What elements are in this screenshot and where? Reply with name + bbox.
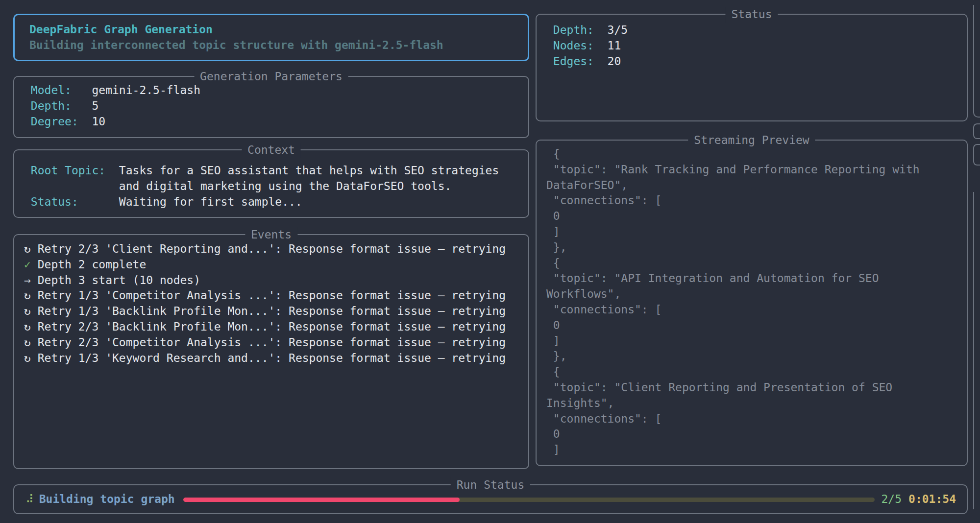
- event-text: Depth 2 complete: [38, 257, 147, 273]
- param-value: gemini-2.5-flash: [92, 84, 200, 96]
- param-label: Degree:: [31, 114, 92, 130]
- param-row-depth: Depth:5: [31, 98, 528, 114]
- panel-title: Context: [242, 143, 301, 158]
- event-row: ↻Retry 2/3 'Competitor Analysis ...': Re…: [24, 335, 528, 351]
- header-panel: DeepFabric Graph Generation Building int…: [13, 14, 529, 61]
- preview-line: {: [546, 256, 967, 271]
- event-text: Depth 3 start (10 nodes): [38, 273, 200, 288]
- event-text: Retry 1/3 'Backlink Profile Mon...': Res…: [38, 304, 506, 319]
- retry-icon: ↻: [24, 335, 38, 351]
- panel-title: Streaming Preview: [688, 133, 815, 148]
- event-row: ↻Retry 2/3 'Backlink Profile Mon...': Re…: [24, 319, 528, 335]
- status-panel: Status Depth:3/5 Nodes:11 Edges:20: [536, 14, 968, 121]
- preview-line: "topic": "API Integration and Automation…: [546, 271, 967, 286]
- clipped-panel-edge: [973, 123, 980, 139]
- status-row-depth: Depth:3/5: [553, 23, 967, 38]
- context-panel: Context Root Topic: Tasks for a SEO assi…: [13, 149, 529, 218]
- event-row: ↻Retry 1/3 'Backlink Profile Mon...': Re…: [24, 304, 528, 319]
- preview-line: Insights",: [546, 396, 967, 411]
- status-row-nodes: Nodes:11: [553, 38, 967, 54]
- check-icon: ✓: [24, 257, 38, 273]
- event-row: ↻Retry 1/3 'Keyword Research and...': Re…: [24, 351, 528, 366]
- progress-bar: [183, 498, 875, 502]
- preview-line: ]: [546, 333, 967, 349]
- event-row: ✓Depth 2 complete: [24, 257, 528, 273]
- preview-line: ]: [546, 224, 967, 240]
- retry-icon: ↻: [24, 288, 38, 304]
- app-title: DeepFabric Graph Generation: [29, 22, 528, 38]
- event-row: →Depth 3 start (10 nodes): [24, 273, 528, 288]
- panel-title: Events: [245, 227, 297, 243]
- retry-icon: ↻: [24, 319, 38, 335]
- streaming-preview-panel: Streaming Preview { "topic": "Rank Track…: [536, 140, 968, 466]
- param-label: Depth:: [31, 98, 92, 114]
- panel-title: Generation Parameters: [194, 69, 348, 85]
- context-label: Status:: [31, 194, 119, 210]
- status-value-line: Waiting for first sample...: [119, 194, 302, 210]
- preview-line: ]: [546, 442, 967, 458]
- progress-bar-fill: [183, 498, 460, 502]
- preview-line: "connections": [: [546, 411, 967, 427]
- clipped-panel-edge: [973, 192, 980, 509]
- root-topic-line: Tasks for a SEO assistant that helps wit…: [119, 163, 499, 179]
- preview-line: 0: [546, 318, 967, 333]
- elapsed-time: 0:01:54: [908, 492, 956, 507]
- event-row: ↻Retry 1/3 'Competitor Analysis ...': Re…: [24, 288, 528, 304]
- event-row: ↻Retry 2/3 'Client Reporting and...': Re…: [24, 241, 528, 257]
- preview-line: "connections": [: [546, 193, 967, 209]
- context-status-row: Status: Waiting for first sample...: [31, 194, 528, 210]
- context-root-topic-row: Root Topic: Tasks for a SEO assistant th…: [31, 163, 528, 194]
- preview-line: },: [546, 240, 967, 256]
- preview-line: Workflows",: [546, 286, 967, 302]
- preview-line: 0: [546, 209, 967, 224]
- arrow-icon: →: [24, 273, 38, 288]
- preview-line: },: [546, 349, 967, 364]
- param-row-model: Model:gemini-2.5-flash: [31, 83, 528, 98]
- panel-title: Status: [725, 7, 778, 23]
- status-label: Nodes:: [553, 38, 608, 54]
- event-text: Retry 2/3 'Client Reporting and...': Res…: [38, 241, 506, 257]
- progress-counter: 2/5: [882, 492, 902, 507]
- preview-line: DataForSEO",: [546, 178, 967, 193]
- preview-line: 0: [546, 427, 967, 442]
- panel-title: Run Status: [451, 477, 530, 493]
- retry-icon: ↻: [24, 304, 38, 319]
- status-label: Depth:: [553, 23, 608, 38]
- generation-parameters-panel: Generation Parameters Model:gemini-2.5-f…: [13, 76, 529, 138]
- context-status-value: Waiting for first sample...: [119, 194, 302, 210]
- status-value: 20: [608, 55, 621, 68]
- run-task-label: Building topic graph: [39, 492, 175, 507]
- param-value: 5: [92, 99, 98, 112]
- app-subtitle: Building interconnected topic structure …: [29, 38, 528, 53]
- event-text: Retry 1/3 'Competitor Analysis ...': Res…: [38, 288, 506, 304]
- context-root-topic-value: Tasks for a SEO assistant that helps wit…: [119, 163, 499, 194]
- clipped-panel-edge: [973, 144, 980, 166]
- status-value: 11: [608, 39, 621, 52]
- run-status-panel: Run Status ⠼ Building topic graph 2/5 0:…: [13, 484, 968, 514]
- context-label: Root Topic:: [31, 163, 119, 194]
- preview-line: "topic": "Rank Tracking and Performance …: [546, 162, 967, 178]
- status-value: 3/5: [608, 24, 628, 36]
- retry-icon: ↻: [24, 241, 38, 257]
- event-text: Retry 1/3 'Keyword Research and...': Res…: [38, 351, 506, 366]
- clipped-panel-edge: [973, 5, 980, 118]
- preview-line: "connections": [: [546, 302, 967, 318]
- spinner-icon: ⠼: [25, 492, 39, 507]
- retry-icon: ↻: [24, 351, 38, 366]
- events-panel: Events ↻Retry 2/3 'Client Reporting and.…: [13, 234, 529, 469]
- param-value: 10: [92, 115, 105, 128]
- root-topic-line: and digital marketing using the DataForS…: [119, 179, 499, 194]
- status-label: Edges:: [553, 54, 608, 70]
- param-row-degree: Degree:10: [31, 114, 528, 130]
- event-text: Retry 2/3 'Competitor Analysis ...': Res…: [38, 335, 506, 351]
- param-label: Model:: [31, 83, 92, 98]
- preview-line: {: [546, 146, 967, 162]
- preview-line: "topic": "Client Reporting and Presentat…: [546, 380, 967, 396]
- preview-line: {: [546, 364, 967, 380]
- event-text: Retry 2/3 'Backlink Profile Mon...': Res…: [38, 319, 506, 335]
- status-row-edges: Edges:20: [553, 54, 967, 70]
